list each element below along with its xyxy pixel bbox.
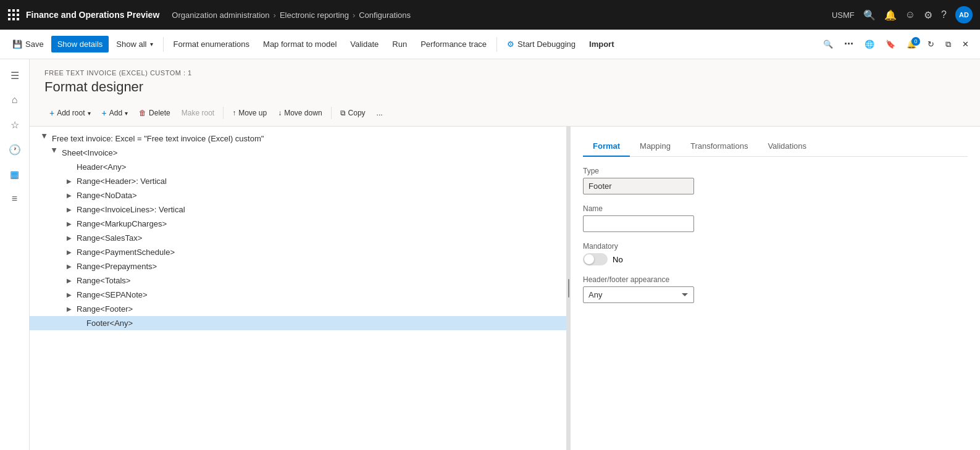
type-input[interactable] (583, 178, 694, 194)
sidebar-star-icon[interactable]: ☆ (4, 114, 26, 136)
mandatory-field: Mandatory No (583, 242, 968, 265)
breadcrumb-item-2[interactable]: Electronic reporting (280, 10, 349, 20)
svg-rect-2 (17, 9, 19, 12)
toolbar-refresh-button[interactable]: ↻ (923, 36, 939, 52)
make-root-label: Make root (182, 109, 214, 117)
performance-trace-button[interactable]: Performance trace (414, 36, 493, 52)
tab-validations[interactable]: Validations (758, 136, 816, 157)
type-label: Type (583, 167, 968, 175)
root-label: Free text invoice: Excel = "Free text in… (52, 134, 264, 143)
tree-item-range-header[interactable]: ▶ Range<Header>: Vertical (30, 174, 566, 188)
svg-rect-6 (8, 18, 10, 20)
toolbar-bookmark-button[interactable]: 🔖 (881, 36, 900, 52)
import-button[interactable]: Import (583, 36, 620, 52)
app-grid-icon[interactable] (7, 9, 20, 21)
delete-button[interactable]: 🗑 Delete (134, 106, 175, 120)
toolbar-open-button[interactable]: ⧉ (940, 36, 956, 53)
range-prepayments-arrow: ▶ (64, 263, 74, 270)
tree-item-footer-any[interactable]: ▶ Footer<Any> (30, 316, 566, 330)
breadcrumb-item-1[interactable]: Organization administration (172, 10, 269, 20)
add-plus-icon: + (102, 108, 107, 118)
breadcrumb-item-3[interactable]: Configurations (359, 10, 411, 20)
tree-item-range-footer[interactable]: ▶ Range<Footer> (30, 302, 566, 316)
import-label: Import (589, 40, 614, 49)
validate-button[interactable]: Validate (344, 36, 385, 52)
show-details-button[interactable]: Show details (51, 36, 109, 52)
avatar[interactable]: AD (955, 6, 973, 23)
save-button[interactable]: 💾 Save (6, 36, 50, 52)
format-enumerations-button[interactable]: Format enumerations (167, 36, 256, 52)
bell-icon[interactable]: 🔔 (884, 9, 897, 21)
move-down-icon: ↓ (278, 109, 282, 117)
start-debugging-label: Start Debugging (517, 40, 576, 49)
smiley-icon[interactable]: ☺ (905, 9, 915, 20)
left-sidebar: ☰ ⌂ ☆ 🕐 ▦ ≡ (0, 59, 30, 450)
tree-item-range-nodata[interactable]: ▶ Range<NoData> (30, 188, 566, 202)
move-down-label: Move down (284, 109, 322, 117)
sidebar-workspace-icon[interactable]: ▦ (4, 163, 26, 185)
tab-transformations[interactable]: Transformations (681, 136, 758, 157)
help-icon[interactable]: ? (941, 9, 947, 20)
copy-button[interactable]: ⧉ Copy (335, 106, 371, 120)
sidebar-menu-icon[interactable]: ☰ (4, 64, 26, 86)
sidebar-home-icon[interactable]: ⌂ (4, 89, 26, 111)
add-button[interactable]: + Add ▾ (97, 105, 133, 121)
toolbar-notification-button[interactable]: 🔔0 (902, 36, 921, 52)
header-footer-field: Header/footer appearance Any First page … (583, 275, 968, 303)
tree-root-item[interactable]: ▶ Free text invoice: Excel = "Free text … (30, 131, 566, 146)
name-input[interactable] (583, 215, 694, 232)
name-label: Name (583, 204, 968, 213)
tree-item-range-markupcharges[interactable]: ▶ Range<MarkupCharges> (30, 217, 566, 231)
tab-format[interactable]: Format (583, 136, 630, 157)
add-label: Add (109, 109, 122, 117)
more-label: ... (377, 109, 383, 117)
range-markupcharges-label: Range<MarkupCharges> (77, 219, 167, 228)
tree-item-range-totals[interactable]: ▶ Range<Totals> (30, 273, 566, 288)
range-salestax-arrow: ▶ (64, 235, 74, 241)
save-icon: 💾 (12, 40, 22, 49)
tab-mapping[interactable]: Mapping (630, 136, 681, 157)
split-panel: ▶ Free text invoice: Excel = "Free text … (30, 127, 980, 450)
tree-item-range-prepayments[interactable]: ▶ Range<Prepayments> (30, 259, 566, 273)
range-markupcharges-arrow: ▶ (64, 220, 74, 227)
gear-icon[interactable]: ⚙ (924, 9, 932, 21)
mandatory-toggle[interactable] (583, 253, 608, 265)
tree-panel: ▶ Free text invoice: Excel = "Free text … (30, 127, 567, 450)
tree-item-header-any[interactable]: ▶ Header<Any> (30, 160, 566, 174)
run-button[interactable]: Run (386, 36, 413, 52)
toolbar-sep-1 (163, 37, 164, 52)
tree-item-range-paymentschedule[interactable]: ▶ Range<PaymentSchedule> (30, 245, 566, 259)
show-all-label: Show all (116, 40, 146, 49)
toolbar-more-button[interactable]: ··· (839, 34, 858, 54)
svg-rect-3 (8, 14, 10, 16)
tree-item-range-invoicelines[interactable]: ▶ Range<InvoiceLines>: Vertical (30, 202, 566, 217)
map-format-button[interactable]: Map format to model (257, 36, 343, 52)
start-debugging-button[interactable]: ⚙ Start Debugging (501, 36, 582, 52)
svg-rect-8 (17, 18, 19, 20)
range-totals-arrow: ▶ (64, 277, 74, 284)
range-salestax-label: Range<SalesTax> (77, 233, 142, 243)
toolbar-search-button[interactable]: 🔍 (818, 36, 838, 52)
mandatory-value: No (613, 255, 623, 264)
mandatory-toggle-row: No (583, 253, 968, 265)
toolbar-globe-button[interactable]: 🌐 (860, 36, 879, 52)
add-root-button[interactable]: + Add root ▾ (44, 105, 96, 121)
toolbar-close-button[interactable]: ✕ (957, 36, 974, 52)
header-footer-select[interactable]: Any First page Last page Odd pages Even … (583, 286, 694, 303)
tree-item-range-sepanote[interactable]: ▶ Range<SEPANote> (30, 288, 566, 302)
cmd-sep-1 (223, 107, 224, 119)
sidebar-clock-icon[interactable]: 🕐 (4, 138, 26, 160)
svg-rect-5 (17, 14, 19, 16)
add-root-plus-icon: + (49, 108, 54, 118)
move-up-button[interactable]: ↑ Move up (227, 106, 272, 120)
svg-rect-1 (12, 9, 15, 12)
tree-item-sheet-invoice[interactable]: ▶ Sheet<Invoice> (30, 146, 566, 160)
search-icon[interactable]: 🔍 (863, 9, 876, 21)
tree-item-range-salestax[interactable]: ▶ Range<SalesTax> (30, 231, 566, 245)
sidebar-list-icon[interactable]: ≡ (4, 188, 26, 210)
show-all-button[interactable]: Show all ▾ (110, 36, 159, 52)
more-button[interactable]: ... (372, 106, 388, 120)
move-down-button[interactable]: ↓ Move down (273, 106, 327, 120)
breadcrumb: Organization administration › Electronic… (172, 10, 832, 20)
footer-any-label: Footer<Any> (86, 319, 133, 328)
